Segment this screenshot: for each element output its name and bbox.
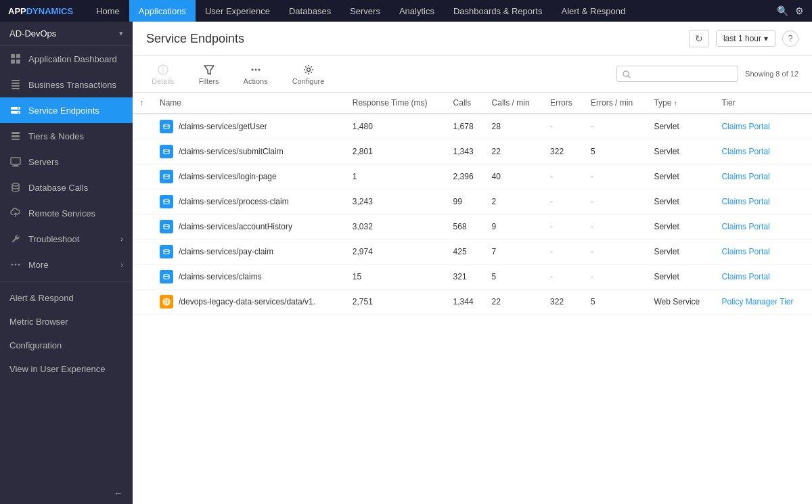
endpoint-type-icon — [160, 295, 173, 308]
nav-user-experience[interactable]: User Experience — [196, 0, 279, 22]
row-errors: - — [543, 239, 584, 264]
endpoint-type-icon — [160, 270, 173, 283]
toolbar-details[interactable]: Details — [146, 60, 180, 88]
row-errors-min: - — [584, 239, 647, 264]
settings-icon[interactable]: ⚙ — [795, 5, 804, 16]
col-type: Type ↑ — [647, 93, 715, 114]
table-row: /claims-services/login-page 1 2,396 40 -… — [133, 164, 812, 189]
content-header: Service Endpoints ↻ last 1 hour ▾ ? — [133, 22, 812, 56]
toolbar-filters[interactable]: Filters — [194, 60, 225, 88]
tier-link[interactable]: Claims Portal — [721, 247, 769, 256]
sidebar-remote-services-label: Remote Services — [28, 208, 95, 219]
app-logo: APPDYNAMICS — [8, 6, 73, 16]
sidebar-configuration-label: Configuration — [9, 340, 62, 350]
sidebar: AD-DevOps ▾ Application Dashboard — [0, 22, 133, 504]
nav-alert-respond[interactable]: Alert & Respond — [551, 0, 635, 22]
help-button[interactable]: ? — [782, 30, 798, 47]
sidebar-item-database-calls[interactable]: Database Calls — [0, 175, 133, 200]
svg-point-37 — [164, 224, 169, 226]
svg-marker-26 — [204, 66, 214, 74]
tier-link[interactable]: Claims Portal — [721, 272, 769, 281]
row-response-time: 3,032 — [346, 214, 447, 239]
nav-analytics[interactable]: Analytics — [390, 0, 444, 22]
endpoint-type-icon — [160, 220, 173, 233]
tier-link[interactable]: Claims Portal — [721, 122, 769, 131]
sidebar-business-transactions-label: Business Transactions — [28, 80, 116, 90]
svg-point-28 — [254, 68, 256, 70]
sidebar-item-application-dashboard[interactable]: Application Dashboard — [0, 46, 133, 72]
time-range-selector[interactable]: last 1 hour ▾ — [716, 30, 775, 47]
svg-point-39 — [164, 274, 169, 276]
nav-right-icons: 🔍 ⚙ — [777, 5, 804, 16]
toolbar-actions[interactable]: Actions — [238, 60, 273, 88]
sidebar-item-metric-browser[interactable]: Metric Browser — [0, 310, 133, 334]
nav-databases[interactable]: Databases — [279, 0, 340, 22]
tier-link[interactable]: Claims Portal — [721, 172, 769, 181]
svg-point-33 — [164, 124, 169, 126]
tier-link[interactable]: Claims Portal — [721, 222, 769, 231]
table-header-row: ↑ Name Response Time (ms) Calls Calls / … — [133, 93, 812, 114]
sidebar-item-configuration[interactable]: Configuration — [0, 334, 133, 357]
row-calls-min: 40 — [485, 164, 544, 189]
row-sort-cell — [133, 164, 153, 189]
row-type: Servlet — [647, 139, 715, 164]
nav-home[interactable]: Home — [87, 0, 129, 22]
row-calls-min: 5 — [485, 264, 544, 289]
row-type: Servlet — [647, 214, 715, 239]
search-icon — [623, 69, 631, 78]
endpoint-name: /claims-services/accountHistory — [179, 222, 292, 231]
svg-rect-5 — [12, 85, 20, 87]
tier-link[interactable]: Claims Portal — [721, 197, 769, 206]
row-calls-min: 28 — [485, 114, 544, 139]
row-tier: Policy Manager Tier — [715, 289, 812, 314]
details-label: Details — [152, 77, 175, 85]
row-name-cell: /claims-services/process-claim — [153, 189, 346, 214]
sidebar-alert-respond-label: Alert & Respond — [9, 293, 74, 303]
sidebar-item-service-endpoints[interactable]: Service Endpoints — [0, 97, 133, 123]
sort-up-icon[interactable]: ↑ — [139, 98, 143, 108]
sidebar-item-servers[interactable]: Servers — [0, 149, 133, 175]
row-sort-cell — [133, 214, 153, 239]
row-calls: 1,344 — [447, 289, 485, 314]
sidebar-collapse-button[interactable]: ← — [114, 488, 123, 499]
svg-rect-2 — [11, 60, 15, 64]
sidebar-item-more[interactable]: More › — [0, 252, 133, 277]
sidebar-expand-icon[interactable]: ▾ — [119, 29, 123, 38]
row-tier: Claims Portal — [715, 114, 812, 139]
tier-link[interactable]: Policy Manager Tier — [721, 297, 793, 306]
nav-dashboards-reports[interactable]: Dashboards & Reports — [444, 0, 552, 22]
sidebar-item-view-user-experience[interactable]: View in User Experience — [0, 357, 133, 381]
row-tier: Claims Portal — [715, 164, 812, 189]
col-name: Name — [153, 93, 346, 114]
row-tier: Claims Portal — [715, 139, 812, 164]
refresh-button[interactable]: ↻ — [689, 30, 709, 47]
col-tier: Tier — [715, 93, 812, 114]
row-tier: Claims Portal — [715, 214, 812, 239]
sidebar-item-remote-services[interactable]: Remote Services — [0, 200, 133, 226]
row-sort-cell — [133, 139, 153, 164]
sidebar-item-alert-respond[interactable]: Alert & Respond — [0, 286, 133, 310]
row-type: Servlet — [647, 189, 715, 214]
type-sort-icon[interactable]: ↑ — [674, 99, 677, 107]
tier-link[interactable]: Claims Portal — [721, 147, 769, 156]
time-range-chevron-icon: ▾ — [764, 34, 768, 43]
toolbar-configure[interactable]: Configure — [287, 60, 330, 88]
row-response-time: 1 — [346, 164, 447, 189]
svg-point-10 — [18, 108, 19, 109]
row-calls: 2,396 — [447, 164, 485, 189]
endpoint-name: /devops-legacy-data-services/data/v1. — [179, 297, 315, 306]
row-errors-min: 5 — [584, 289, 647, 314]
row-response-time: 1,480 — [346, 114, 447, 139]
sidebar-item-troubleshoot[interactable]: Troubleshoot › — [0, 226, 133, 252]
table-row: /devops-legacy-data-services/data/v1. 2,… — [133, 289, 812, 314]
header-actions: ↻ last 1 hour ▾ ? — [689, 30, 798, 47]
nav-servers[interactable]: Servers — [340, 0, 390, 22]
more-expand-icon: › — [120, 260, 123, 269]
sidebar-item-tiers-nodes[interactable]: Tiers & Nodes — [0, 123, 133, 149]
sidebar-item-business-transactions[interactable]: Business Transactions — [0, 72, 133, 97]
search-input[interactable] — [633, 69, 732, 78]
search-icon[interactable]: 🔍 — [777, 5, 788, 16]
nav-applications[interactable]: Applications — [129, 0, 196, 22]
main-layout: AD-DevOps ▾ Application Dashboard — [0, 22, 812, 504]
endpoints-table-container: ↑ Name Response Time (ms) Calls Calls / … — [133, 93, 812, 504]
